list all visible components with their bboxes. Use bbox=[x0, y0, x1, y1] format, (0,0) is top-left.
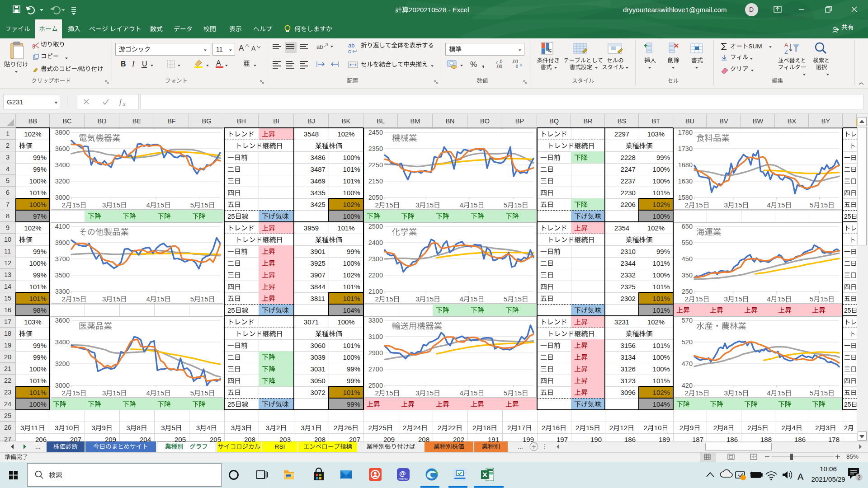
svg-text:menu: menu bbox=[399, 477, 408, 481]
svg-text:.00: .00 bbox=[512, 59, 518, 64]
svg-text:f: f bbox=[119, 98, 123, 106]
svg-text:Z: Z bbox=[784, 48, 788, 55]
svg-text:x: x bbox=[123, 101, 126, 106]
svg-text:.0: .0 bbox=[514, 64, 519, 69]
svg-text:@: @ bbox=[399, 469, 406, 477]
svg-text:2: 2 bbox=[858, 474, 861, 481]
svg-text:.00: .00 bbox=[496, 64, 502, 69]
svg-text:.0: .0 bbox=[499, 59, 503, 64]
svg-text:A: A bbox=[784, 42, 788, 48]
